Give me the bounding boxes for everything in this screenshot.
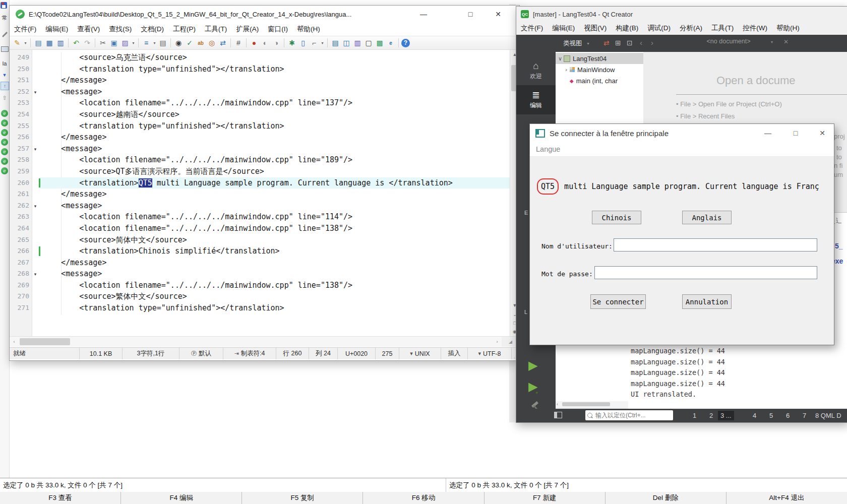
password-input[interactable] bbox=[595, 267, 817, 279]
function-key-7[interactable]: Alt+F4 退出 bbox=[726, 492, 847, 504]
file-icon[interactable]: e bbox=[1, 129, 9, 136]
replace-ab-icon[interactable]: ab bbox=[196, 38, 206, 48]
sync-with-editor-icon[interactable]: ⇄ bbox=[603, 39, 610, 47]
chevron-icon[interactable]: › bbox=[563, 67, 570, 73]
code-line[interactable]: 253 <location filename="../../../../main… bbox=[10, 97, 510, 109]
close-button[interactable]: ✕ bbox=[814, 127, 831, 140]
qtcreator-menu-2[interactable]: 编辑(E) bbox=[548, 22, 579, 35]
status-cell-11[interactable]: ▾UTF-8 bbox=[467, 348, 511, 359]
file-icon[interactable]: e bbox=[1, 167, 9, 174]
link-alt-icon[interactable]: ◑ bbox=[271, 38, 281, 48]
code-line[interactable]: 251 </message> bbox=[10, 75, 510, 86]
code-line[interactable]: 256 </message> bbox=[10, 132, 510, 143]
editor-menu-1[interactable]: 文件(F) bbox=[10, 23, 41, 36]
tree-item-main[interactable]: ◆main (int, char bbox=[556, 75, 643, 86]
code-line[interactable]: 262▾ <message> bbox=[10, 200, 510, 212]
file-icon[interactable]: e bbox=[1, 148, 9, 155]
nav-back-icon[interactable]: ‹ bbox=[640, 38, 642, 47]
code-line[interactable]: 265 <source>简体中文</source> bbox=[10, 234, 510, 246]
qtcreator-menu-1[interactable]: 文件(F) bbox=[516, 22, 548, 35]
status-cell-9[interactable]: ▾UNIX bbox=[399, 348, 441, 359]
compare-icon[interactable]: ⇄ bbox=[218, 38, 228, 48]
sort-dropdown[interactable]: ▾ bbox=[152, 38, 157, 48]
link-red-icon[interactable]: ● bbox=[249, 38, 259, 48]
tree-item-mainwindow[interactable]: ›MainWindow bbox=[556, 64, 643, 75]
qtcreator-menu-5[interactable]: 调试(D) bbox=[643, 22, 675, 35]
code-line[interactable]: 269 <location filename="../../../../main… bbox=[10, 280, 510, 291]
code-line[interactable]: 267 </message> bbox=[10, 257, 510, 269]
maximize-button[interactable]: □ bbox=[460, 6, 481, 23]
help-icon[interactable]: ? bbox=[401, 39, 410, 47]
hex-icon[interactable]: # bbox=[233, 38, 244, 48]
undo-icon[interactable]: ↶ bbox=[71, 38, 81, 48]
paste-icon[interactable]: ▨ bbox=[120, 38, 130, 48]
up-directory-button[interactable]: ↑ bbox=[1, 82, 9, 90]
scroll-left-icon[interactable]: ‹ bbox=[557, 401, 558, 407]
view-grid-icon[interactable]: ▩ bbox=[375, 38, 385, 48]
editor-menu-8[interactable]: 扩展(A) bbox=[231, 23, 263, 36]
output-pane-button-7[interactable]: 7 bbox=[800, 411, 809, 420]
fold-marker-icon[interactable]: ▾ bbox=[32, 200, 39, 212]
file-icon[interactable]: e bbox=[1, 110, 9, 117]
sort-icon[interactable]: ≡ bbox=[141, 38, 151, 48]
code-line[interactable]: 264 <location filename="../../../../main… bbox=[10, 223, 510, 234]
wrench-icon[interactable] bbox=[1, 31, 9, 38]
function-key-3[interactable]: F5 复制 bbox=[241, 492, 362, 504]
split-add-icon[interactable]: ⊞ bbox=[615, 39, 621, 47]
sidebar-toggle-icon[interactable] bbox=[554, 412, 562, 418]
editor-menu-3[interactable]: 查看(V) bbox=[73, 23, 104, 36]
find-in-files-icon[interactable]: ◎ bbox=[207, 38, 217, 48]
cut-icon[interactable]: ✂ bbox=[98, 38, 108, 48]
chevron-down-icon[interactable]: ▾ bbox=[771, 40, 773, 44]
locator-input[interactable] bbox=[594, 411, 671, 419]
maximize-button[interactable]: □ bbox=[787, 127, 804, 140]
function-key-2[interactable]: F4 编辑 bbox=[120, 492, 241, 504]
file-icon[interactable]: e bbox=[1, 158, 9, 165]
menu-item-langue[interactable]: Langue bbox=[530, 145, 560, 153]
se-connecter-button[interactable]: Se connecter bbox=[590, 294, 646, 309]
mode-edit[interactable]: ≣编辑 bbox=[516, 85, 556, 114]
edit-pen-icon[interactable]: ✎ bbox=[12, 38, 22, 48]
code-line[interactable]: 270 <source>繁体中文</source> bbox=[10, 291, 510, 302]
view-split-icon[interactable]: ◫ bbox=[341, 38, 351, 48]
floppy-icon[interactable] bbox=[1, 2, 9, 9]
code-line[interactable]: 252▾ <message> bbox=[10, 86, 510, 98]
output-pane-button-2[interactable]: 2 bbox=[707, 411, 715, 420]
function-key-4[interactable]: F6 移动 bbox=[362, 492, 483, 504]
fold-marker-icon[interactable]: ▾ bbox=[32, 143, 39, 155]
split-close-icon[interactable]: ⊡ bbox=[627, 39, 633, 47]
file-icon[interactable]: e bbox=[1, 139, 9, 146]
locator-search[interactable] bbox=[585, 410, 673, 420]
username-field[interactable] bbox=[614, 238, 817, 251]
function-key-5[interactable]: F7 新建 bbox=[484, 492, 605, 504]
anglais-button[interactable]: Anglais bbox=[682, 211, 732, 224]
qtcreator-menu-6[interactable]: 分析(A) bbox=[675, 22, 707, 35]
function-key-1[interactable]: F3 查看 bbox=[0, 492, 120, 504]
editor-menu-6[interactable]: 工程(P) bbox=[168, 23, 200, 36]
username-input[interactable] bbox=[614, 239, 817, 251]
tools-icon[interactable]: ⌐ bbox=[309, 38, 319, 48]
view-terminal-icon[interactable]: ▢ bbox=[364, 38, 374, 48]
edit-pen-dropdown[interactable]: ▾ bbox=[23, 38, 28, 48]
find-icon[interactable]: ◉ bbox=[173, 38, 184, 48]
view-list-icon[interactable]: ▤ bbox=[330, 38, 340, 48]
scrollbar-thumb[interactable] bbox=[20, 338, 70, 345]
password-field[interactable] bbox=[594, 266, 817, 279]
status-cell-10[interactable]: 插入 bbox=[441, 348, 467, 359]
code-line[interactable]: 258 <location filename="../../../../main… bbox=[10, 154, 510, 166]
code-line[interactable]: 250 <translation type="unfinished"></tra… bbox=[10, 64, 510, 75]
toolbar-text[interactable]: la bbox=[1, 60, 9, 67]
code-line[interactable]: 254 <source>越南语</source> bbox=[10, 109, 510, 120]
code-line[interactable]: 268▾ <message> bbox=[10, 268, 510, 280]
code-line[interactable]: 261 </message> bbox=[10, 188, 510, 200]
qtcreator-menu-7[interactable]: 工具(T) bbox=[707, 22, 738, 35]
qtcreator-titlebar[interactable]: QC [master] - LangTest04 - Qt Creator bbox=[516, 7, 847, 22]
editor-titlebar[interactable]: E:\QTcode02\LangTest04\build\Desktop_Qt_… bbox=[10, 6, 519, 23]
minimize-button[interactable]: — bbox=[759, 127, 776, 140]
code-line[interactable]: 249 <source>乌克兰语</source> bbox=[10, 52, 510, 64]
output-pane-button-1[interactable]: 1 bbox=[690, 411, 699, 420]
save-icon[interactable]: ▦ bbox=[44, 38, 54, 48]
qtcreator-menu-9[interactable]: 帮助(H) bbox=[772, 22, 804, 35]
nav-forward-icon[interactable]: › bbox=[651, 38, 653, 47]
browser-icon[interactable]: e bbox=[386, 38, 396, 48]
